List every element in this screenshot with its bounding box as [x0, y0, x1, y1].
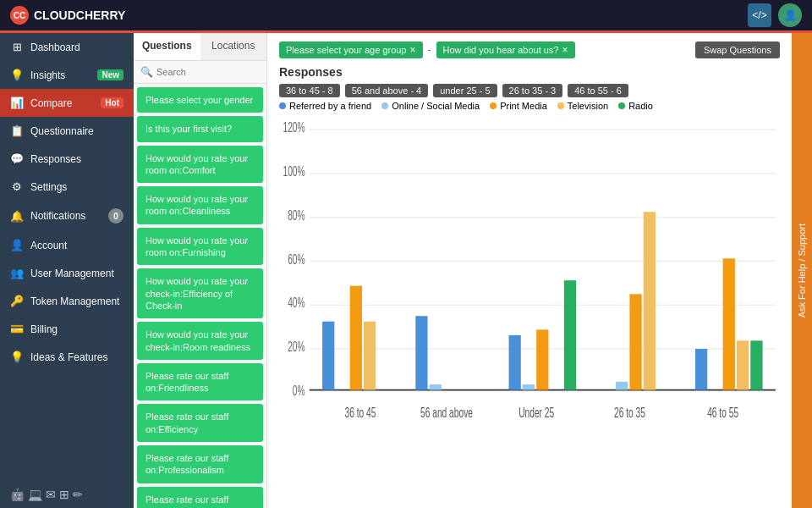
legend-dot-0 — [279, 102, 286, 109]
sidebar-item-billing[interactable]: 💳 Billing — [0, 315, 134, 343]
laptop-icon[interactable]: 💻 — [28, 488, 42, 501]
filter-label-hear: How did you hear about us? — [443, 45, 559, 55]
legend-entry-2: Print Media — [490, 101, 547, 111]
svg-rect-27 — [523, 384, 535, 389]
topbar-actions: </> 👤 — [748, 3, 802, 27]
sidebar-label-token-management: Token Management — [30, 295, 123, 307]
search-input[interactable] — [156, 67, 260, 77]
question-item-0[interactable]: Please select your gender — [137, 87, 263, 113]
sidebar-label-dashboard: Dashboard — [30, 41, 123, 53]
question-item-6[interactable]: How would you rate your check-in:Room re… — [137, 322, 263, 360]
legend-dot-2 — [490, 102, 497, 109]
insights-icon: 💡 — [10, 69, 24, 81]
sidebar-item-insights[interactable]: 💡 Insights New — [0, 61, 134, 89]
svg-text:20%: 20% — [288, 340, 304, 355]
sidebar-item-settings[interactable]: ⚙ Settings — [0, 173, 134, 201]
user-avatar[interactable]: 👤 — [778, 3, 802, 27]
logo-icon: CC — [10, 6, 29, 25]
sidebar-label-settings: Settings — [30, 181, 123, 193]
edit-icon[interactable]: ✏ — [73, 488, 83, 501]
notifications-badge: 0 — [108, 208, 123, 224]
question-item-4[interactable]: How would you rate your room on:Furnishi… — [137, 228, 263, 266]
billing-icon: 💳 — [10, 323, 24, 335]
grid-icon[interactable]: ⊞ — [59, 488, 69, 501]
app-logo: CC CLOUDCHERRY — [10, 6, 125, 25]
legend-tags: 36 to 45 - 8 56 and above - 4 under 25 -… — [279, 84, 780, 97]
legend-tag-1: 56 and above - 4 — [345, 84, 429, 97]
svg-text:56 and above: 56 and above — [420, 406, 473, 421]
tab-locations[interactable]: Locations — [200, 33, 267, 60]
user-management-icon: 👥 — [10, 267, 24, 279]
legend-entry-1: Online / Social Media — [381, 101, 480, 111]
question-item-7[interactable]: Please rate our staff on:Friendliness — [137, 363, 263, 401]
legend-label-2: Print Media — [500, 101, 547, 111]
svg-rect-26 — [509, 335, 521, 390]
question-item-10[interactable]: Please rate our staff on:Speed of servic… — [137, 487, 263, 508]
sidebar-item-notifications[interactable]: 🔔 Notifications 0 — [0, 201, 134, 231]
question-item-1[interactable]: Is this your first visit? — [137, 116, 263, 141]
questionnaire-icon: 📋 — [10, 124, 24, 137]
legend-dot-3 — [557, 102, 564, 109]
svg-rect-40 — [723, 258, 735, 389]
sidebar-item-dashboard[interactable]: ⊞ Dashboard — [0, 33, 134, 61]
account-icon: 👤 — [10, 239, 24, 251]
android-icon[interactable]: 🤖 — [10, 488, 25, 501]
filter-close-age[interactable]: × — [409, 44, 415, 56]
dashboard-icon: ⊞ — [10, 41, 24, 53]
svg-text:60%: 60% — [288, 251, 304, 267]
sidebar-item-compare[interactable]: 📊 Compare Hot — [0, 89, 134, 117]
svg-text:46 to 55: 46 to 55 — [707, 406, 738, 421]
sidebar-label-ideas-features: Ideas & Features — [30, 351, 123, 363]
filter-tag-age[interactable]: Please select your age group × — [279, 41, 423, 58]
responses-title: Responses — [279, 65, 780, 79]
svg-rect-28 — [536, 329, 548, 389]
legend-tag-label-4: 46 to 55 - 6 — [574, 86, 622, 96]
question-item-2[interactable]: How would you rate your room on:Comfort — [137, 146, 263, 184]
question-item-3[interactable]: How would you rate your room on:Cleanlin… — [137, 186, 263, 224]
legend-entry-3: Television — [557, 101, 608, 111]
legend-entry-4: Radio — [618, 101, 653, 111]
sidebar-label-compare: Compare — [30, 97, 94, 109]
svg-rect-30 — [564, 280, 576, 389]
legend-label-1: Online / Social Media — [392, 101, 480, 111]
sidebar-item-responses[interactable]: 💬 Responses — [0, 145, 134, 173]
compare-icon: 📊 — [10, 97, 24, 109]
questions-panel: Questions Locations 🔍 Please select your… — [134, 33, 267, 508]
tab-questions[interactable]: Questions — [134, 33, 200, 60]
legend-dot-1 — [381, 102, 388, 109]
questions-list: Please select your gender Is this your f… — [134, 84, 266, 508]
legend-tag-label-3: 26 to 35 - 3 — [509, 86, 557, 96]
settings-icon: ⚙ — [10, 180, 24, 193]
question-item-8[interactable]: Please rate our staff on:Efficiency — [137, 404, 263, 442]
svg-rect-38 — [695, 349, 707, 390]
code-icon[interactable]: </> — [748, 3, 771, 27]
sidebar-item-ideas-features[interactable]: 💡 Ideas & Features — [0, 343, 134, 371]
sidebar-item-account[interactable]: 👤 Account — [0, 231, 134, 259]
sidebar-label-insights: Insights — [30, 69, 91, 81]
sidebar-item-token-management[interactable]: 🔑 Token Management — [0, 287, 134, 315]
filter-tag-hear[interactable]: How did you hear about us? × — [436, 41, 575, 58]
sidebar-item-questionnaire[interactable]: 📋 Questionnaire — [0, 117, 134, 145]
app-name: CLOUDCHERRY — [34, 8, 125, 22]
question-item-9[interactable]: Please rate our staff on:Professionalism — [137, 445, 263, 483]
svg-rect-35 — [644, 212, 656, 389]
sidebar-item-user-management[interactable]: 👥 User Management — [0, 259, 134, 287]
chart-container: 120% 100% 80% 60% 40% 20% 0% — [279, 116, 780, 500]
svg-text:36 to 45: 36 to 45 — [345, 406, 376, 421]
svg-text:40%: 40% — [288, 295, 304, 311]
filter-close-hear[interactable]: × — [562, 44, 568, 56]
question-item-5[interactable]: How would you rate your check-in:Efficie… — [137, 268, 263, 318]
email-icon[interactable]: ✉ — [46, 488, 56, 501]
svg-rect-17 — [364, 322, 376, 390]
legend-tag-3: 26 to 35 - 3 — [502, 84, 563, 97]
svg-rect-21 — [430, 384, 442, 389]
help-sidebar[interactable]: Ask For Help / Support — [792, 33, 812, 508]
legend-tag-2: under 25 - 5 — [433, 84, 497, 97]
chart-area: Please select your age group × - How did… — [267, 33, 792, 508]
swap-button[interactable]: Swap Questions — [695, 41, 780, 58]
questions-tabs: Questions Locations — [134, 33, 266, 61]
svg-rect-41 — [737, 340, 749, 389]
svg-text:100%: 100% — [283, 164, 305, 179]
search-icon: 🔍 — [140, 66, 153, 78]
svg-rect-20 — [415, 316, 427, 389]
